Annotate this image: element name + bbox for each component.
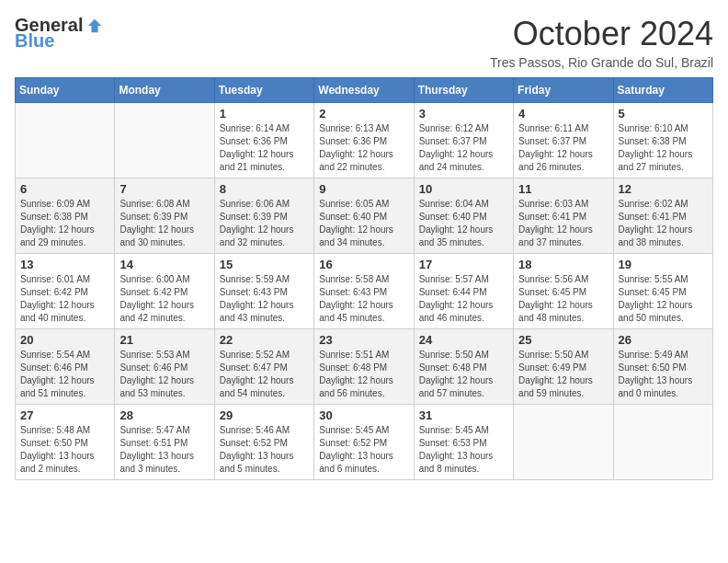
day-info: Sunrise: 6:03 AM Sunset: 6:41 PM Dayligh…	[518, 198, 608, 249]
calendar-day-cell: 22Sunrise: 5:52 AM Sunset: 6:47 PM Dayli…	[214, 329, 313, 405]
day-number: 7	[119, 182, 209, 196]
location-subtitle: Tres Passos, Rio Grande do Sul, Brazil	[490, 55, 713, 70]
calendar-day-cell: 31Sunrise: 5:45 AM Sunset: 6:53 PM Dayli…	[414, 405, 513, 480]
day-info: Sunrise: 5:45 AM Sunset: 6:52 PM Dayligh…	[319, 424, 408, 476]
calendar-day-cell	[514, 405, 613, 480]
day-info: Sunrise: 6:05 AM Sunset: 6:40 PM Dayligh…	[319, 198, 408, 249]
day-info: Sunrise: 5:53 AM Sunset: 6:46 PM Dayligh…	[119, 349, 209, 400]
day-number: 24	[419, 333, 508, 347]
day-number: 9	[319, 182, 408, 196]
day-number: 3	[419, 107, 508, 121]
calendar-day-cell: 3Sunrise: 6:12 AM Sunset: 6:37 PM Daylig…	[414, 103, 513, 178]
day-info: Sunrise: 5:45 AM Sunset: 6:53 PM Dayligh…	[419, 424, 508, 476]
calendar-day-cell: 27Sunrise: 5:48 AM Sunset: 6:50 PM Dayli…	[16, 405, 115, 480]
day-number: 29	[220, 408, 309, 422]
day-number: 23	[319, 333, 408, 347]
day-number: 11	[518, 182, 608, 196]
calendar-day-cell: 7Sunrise: 6:08 AM Sunset: 6:39 PM Daylig…	[115, 178, 214, 254]
calendar-day-cell	[613, 405, 712, 480]
day-number: 28	[119, 408, 209, 422]
day-info: Sunrise: 5:54 AM Sunset: 6:46 PM Dayligh…	[20, 349, 109, 400]
day-number: 12	[619, 182, 708, 196]
day-of-week-header: Friday	[514, 78, 613, 103]
day-number: 21	[119, 333, 209, 347]
day-number: 13	[20, 258, 109, 271]
day-number: 10	[419, 182, 508, 196]
day-info: Sunrise: 6:14 AM Sunset: 6:36 PM Dayligh…	[220, 122, 309, 174]
calendar-day-cell: 21Sunrise: 5:53 AM Sunset: 6:46 PM Dayli…	[115, 329, 214, 405]
calendar-day-cell: 4Sunrise: 6:11 AM Sunset: 6:37 PM Daylig…	[514, 103, 613, 178]
day-info: Sunrise: 5:51 AM Sunset: 6:48 PM Dayligh…	[319, 349, 408, 400]
day-info: Sunrise: 5:46 AM Sunset: 6:52 PM Dayligh…	[220, 424, 309, 476]
day-of-week-header: Wednesday	[314, 78, 414, 103]
day-of-week-header: Monday	[115, 78, 214, 103]
day-number: 8	[220, 182, 309, 196]
day-info: Sunrise: 6:09 AM Sunset: 6:38 PM Dayligh…	[20, 198, 109, 249]
day-number: 27	[20, 408, 109, 422]
calendar-day-cell: 30Sunrise: 5:45 AM Sunset: 6:52 PM Dayli…	[314, 405, 414, 480]
day-number: 20	[20, 333, 109, 347]
svg-marker-0	[88, 18, 101, 31]
calendar-week-row: 6Sunrise: 6:09 AM Sunset: 6:38 PM Daylig…	[16, 178, 713, 254]
day-info: Sunrise: 5:47 AM Sunset: 6:51 PM Dayligh…	[119, 424, 209, 476]
day-info: Sunrise: 6:08 AM Sunset: 6:39 PM Dayligh…	[119, 198, 209, 249]
day-number: 30	[319, 408, 408, 422]
day-number: 14	[119, 258, 209, 271]
calendar-day-cell: 13Sunrise: 6:01 AM Sunset: 6:42 PM Dayli…	[16, 254, 115, 329]
day-number: 6	[20, 182, 109, 196]
calendar-day-cell: 25Sunrise: 5:50 AM Sunset: 6:49 PM Dayli…	[514, 329, 613, 405]
day-info: Sunrise: 6:13 AM Sunset: 6:36 PM Dayligh…	[319, 122, 408, 174]
day-info: Sunrise: 6:01 AM Sunset: 6:42 PM Dayligh…	[20, 273, 109, 325]
day-number: 16	[319, 258, 408, 271]
calendar-day-cell: 11Sunrise: 6:03 AM Sunset: 6:41 PM Dayli…	[514, 178, 613, 254]
day-number: 2	[319, 107, 408, 121]
day-info: Sunrise: 5:58 AM Sunset: 6:43 PM Dayligh…	[319, 273, 408, 325]
calendar-week-row: 13Sunrise: 6:01 AM Sunset: 6:42 PM Dayli…	[16, 254, 713, 329]
day-number: 19	[619, 258, 708, 271]
calendar-week-row: 27Sunrise: 5:48 AM Sunset: 6:50 PM Dayli…	[16, 405, 713, 480]
calendar-day-cell: 16Sunrise: 5:58 AM Sunset: 6:43 PM Dayli…	[314, 254, 414, 329]
day-number: 1	[220, 107, 309, 121]
calendar-week-row: 20Sunrise: 5:54 AM Sunset: 6:46 PM Dayli…	[16, 329, 713, 405]
day-info: Sunrise: 5:48 AM Sunset: 6:50 PM Dayligh…	[20, 424, 109, 476]
calendar-day-cell	[115, 103, 214, 178]
calendar-day-cell: 19Sunrise: 5:55 AM Sunset: 6:45 PM Dayli…	[613, 254, 712, 329]
calendar-day-cell: 12Sunrise: 6:02 AM Sunset: 6:41 PM Dayli…	[613, 178, 712, 254]
calendar-day-cell: 1Sunrise: 6:14 AM Sunset: 6:36 PM Daylig…	[214, 103, 313, 178]
day-info: Sunrise: 5:57 AM Sunset: 6:44 PM Dayligh…	[419, 273, 508, 325]
day-info: Sunrise: 6:04 AM Sunset: 6:40 PM Dayligh…	[419, 198, 508, 249]
day-of-week-header: Sunday	[16, 78, 115, 103]
day-info: Sunrise: 6:10 AM Sunset: 6:38 PM Dayligh…	[619, 122, 708, 174]
calendar-day-cell: 10Sunrise: 6:04 AM Sunset: 6:40 PM Dayli…	[414, 178, 513, 254]
calendar-day-cell: 8Sunrise: 6:06 AM Sunset: 6:39 PM Daylig…	[214, 178, 313, 254]
day-info: Sunrise: 5:59 AM Sunset: 6:43 PM Dayligh…	[220, 273, 309, 325]
day-info: Sunrise: 6:00 AM Sunset: 6:42 PM Dayligh…	[119, 273, 209, 325]
calendar-day-cell: 17Sunrise: 5:57 AM Sunset: 6:44 PM Dayli…	[414, 254, 513, 329]
calendar-day-cell: 6Sunrise: 6:09 AM Sunset: 6:38 PM Daylig…	[16, 178, 115, 254]
day-of-week-header: Saturday	[613, 78, 712, 103]
calendar-day-cell: 20Sunrise: 5:54 AM Sunset: 6:46 PM Dayli…	[16, 329, 115, 405]
day-info: Sunrise: 5:52 AM Sunset: 6:47 PM Dayligh…	[220, 349, 309, 400]
calendar-day-cell: 14Sunrise: 6:00 AM Sunset: 6:42 PM Dayli…	[115, 254, 214, 329]
day-of-week-header: Tuesday	[214, 78, 313, 103]
calendar-day-cell: 29Sunrise: 5:46 AM Sunset: 6:52 PM Dayli…	[214, 405, 313, 480]
calendar-day-cell: 26Sunrise: 5:49 AM Sunset: 6:50 PM Dayli…	[613, 329, 712, 405]
logo-blue-text: Blue	[15, 30, 54, 52]
day-number: 26	[619, 333, 708, 347]
day-number: 15	[220, 258, 309, 271]
day-info: Sunrise: 6:02 AM Sunset: 6:41 PM Dayligh…	[619, 198, 708, 249]
calendar-header-row: SundayMondayTuesdayWednesdayThursdayFrid…	[16, 78, 713, 103]
day-info: Sunrise: 6:12 AM Sunset: 6:37 PM Dayligh…	[419, 122, 508, 174]
page-header: General Blue October 2024 Tres Passos, R…	[15, 15, 713, 70]
logo-icon	[86, 17, 103, 34]
calendar-day-cell: 28Sunrise: 5:47 AM Sunset: 6:51 PM Dayli…	[115, 405, 214, 480]
day-info: Sunrise: 5:55 AM Sunset: 6:45 PM Dayligh…	[619, 273, 708, 325]
calendar-day-cell: 5Sunrise: 6:10 AM Sunset: 6:38 PM Daylig…	[613, 103, 712, 178]
logo: General Blue	[15, 15, 103, 52]
day-info: Sunrise: 5:50 AM Sunset: 6:48 PM Dayligh…	[419, 349, 508, 400]
calendar-day-cell: 18Sunrise: 5:56 AM Sunset: 6:45 PM Dayli…	[514, 254, 613, 329]
title-block: October 2024 Tres Passos, Rio Grande do …	[490, 15, 713, 70]
calendar-day-cell: 9Sunrise: 6:05 AM Sunset: 6:40 PM Daylig…	[314, 178, 414, 254]
calendar-day-cell: 15Sunrise: 5:59 AM Sunset: 6:43 PM Dayli…	[214, 254, 313, 329]
day-of-week-header: Thursday	[414, 78, 513, 103]
